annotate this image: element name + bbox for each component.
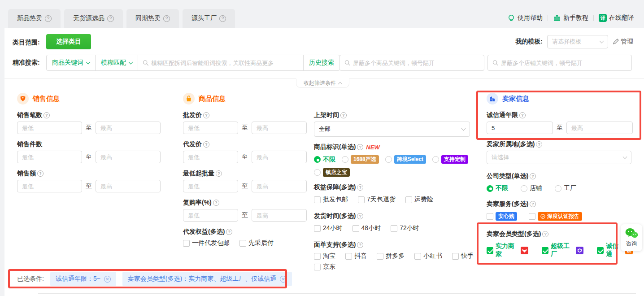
seller-region-select[interactable]: 请选择 [487,151,631,164]
repurchase-max-input[interactable] [252,209,307,222]
help-icon[interactable] [203,112,209,118]
wholesale-price-min-input[interactable] [183,122,238,134]
help-icon[interactable] [226,229,232,235]
sales-amount-max-input[interactable] [96,180,161,192]
help-icon[interactable] [357,184,363,191]
sales-count-min-input[interactable] [17,122,82,134]
help-icon[interactable] [519,112,526,118]
checkbox-kuaishou[interactable]: 快手 [452,252,474,260]
dropship-price-min-input[interactable] [183,151,238,163]
product-mark-group: 商品标识(单选) NEW 不限 1688严选 跨境Select [314,143,479,177]
close-icon[interactable] [104,276,111,283]
checkbox-7day-return[interactable]: 7天包退货 [358,196,396,204]
checkbox-free-shipping-dropship[interactable]: 一件代发包邮 [183,239,230,247]
help-icon[interactable] [542,231,548,237]
tab-new-hot[interactable]: 新品热卖 [8,9,61,28]
radio-company-shop[interactable]: 店铺 [521,184,542,192]
consult-widget[interactable]: 咨询 [621,224,642,251]
radio-company-unlimited[interactable]: 不限 [487,184,508,192]
help-icon[interactable] [357,242,363,248]
selected-tag-member-type[interactable]: 卖家会员类型(多选)：实力商家、超级工厂、仅诚信通 [122,272,292,286]
help-icon[interactable] [213,200,219,206]
checkbox-jingdong[interactable]: 京东 [314,263,335,271]
select-category-button[interactable]: 选择类目 [46,34,91,49]
selected-tag-years[interactable]: 诚信通年限：5~ [50,272,116,286]
checkbox-48h[interactable]: 48小时 [352,224,381,232]
moq-max-input[interactable] [252,180,307,192]
repurchase-min-input[interactable] [183,209,238,222]
checkbox-anxingou[interactable]: 安心购 [487,212,517,221]
radio-mark-customizable[interactable]: 支持定制 [432,155,468,164]
keyword-type-dropdown[interactable]: 商品关键词 [46,55,96,71]
sales-units-min-input[interactable] [17,151,82,163]
translate-link[interactable]: 译 在线翻译 [599,14,634,22]
help-icon[interactable] [357,213,363,219]
match-type-value: 模糊匹配 [101,59,126,67]
tutorial-link[interactable]: 新手教程 [553,14,588,22]
help-icon[interactable] [216,170,222,177]
help-icon[interactable] [219,15,226,22]
help-icon[interactable] [44,112,50,118]
help-icon[interactable] [530,201,536,207]
radio-mark-unlimited[interactable]: 不限 [314,156,335,164]
checkbox-pinduoduo[interactable]: 拼多多 [377,252,405,260]
my-template-label: 我的模板: [515,38,543,46]
block-products-input[interactable] [353,60,479,66]
radio-company-factory[interactable]: 工厂 [555,184,576,192]
checkbox-deep-cert-report[interactable]: 深度认证报告 [529,212,582,221]
years-max-input[interactable] [566,122,633,134]
close-icon[interactable] [280,276,287,283]
help-link[interactable]: 使用帮助 [507,14,543,22]
help-link-label: 使用帮助 [518,14,543,22]
help-icon[interactable] [536,141,542,148]
checkbox-freight-insurance[interactable]: 运费险 [405,196,433,204]
checkbox-xiaohongshu[interactable]: 小红书 [414,252,442,260]
tab-label: 同期热卖 [135,14,161,22]
to-label: 至 [242,211,248,219]
tab-factory[interactable]: 源头工厂 [183,9,235,28]
checkbox-72h[interactable]: 72小时 [391,224,419,232]
history-search-button[interactable]: 历史搜索 [303,55,340,71]
consign-rights-group: 代发权益(多选) 一件代发包邮 先采后付 [183,227,309,247]
checkbox-wholesale-free-shipping[interactable]: 批发包邮 [314,196,348,204]
sales-units-max-input[interactable] [96,151,161,163]
template-select[interactable]: 请选择模板 [547,35,608,48]
radio-mark-crossborder-select[interactable]: 跨境Select [385,155,426,164]
search-input-wrap [138,55,304,71]
moq-min-input[interactable] [183,180,238,192]
help-icon[interactable] [203,141,209,148]
radio-mark-store-treasure[interactable]: 镇店之宝 [314,168,350,177]
radio-mark-1688-select[interactable]: 1688严选 [342,155,379,164]
search-input[interactable] [151,60,299,66]
tab-no-source[interactable]: 无货源选品 [64,9,123,28]
block-shops-input[interactable] [501,60,627,66]
moq-field: 最低起批量 至 [183,169,309,192]
selected-conditions-bar: 已选条件: 诚信通年限：5~ 卖家会员类型(多选)：实力商家、超级工厂、仅诚信通 [17,272,292,286]
checkbox-douyin[interactable]: 抖音 [345,252,367,260]
help-icon[interactable] [340,112,347,118]
years-min-input[interactable] [487,122,553,134]
checkbox-strength-merchant[interactable]: 实力商家 [487,242,528,258]
shelf-time-select[interactable]: 全部 [314,122,470,137]
help-icon[interactable] [37,170,44,177]
checkbox-taobao[interactable]: 淘宝 [314,252,335,260]
sales-count-max-input[interactable] [96,122,161,134]
checkbox-super-factory[interactable]: 超级工厂 [542,242,583,258]
help-icon[interactable] [357,144,363,150]
match-type-dropdown[interactable]: 模糊匹配 [95,55,138,71]
manage-templates-button[interactable]: 管理 [613,38,633,46]
help-icon[interactable] [107,15,114,22]
sales-amount-min-input[interactable] [17,180,82,192]
help-icon[interactable] [530,173,536,179]
wholesale-price-max-input[interactable] [252,122,307,134]
collapse-filters-button[interactable]: 收起筛选条件 [296,78,349,88]
dropship-price-max-input[interactable] [252,151,307,163]
field-label: 销售件数 [17,140,161,149]
tab-same-period[interactable]: 同期热卖 [126,9,179,28]
checkbox-pay-later[interactable]: 先采后付 [239,239,274,247]
help-icon[interactable] [45,15,52,22]
block-shops-input-wrap [487,55,632,71]
help-icon[interactable] [163,15,170,22]
checkbox-24h[interactable]: 24小时 [314,224,343,232]
radio-icon [432,156,439,163]
